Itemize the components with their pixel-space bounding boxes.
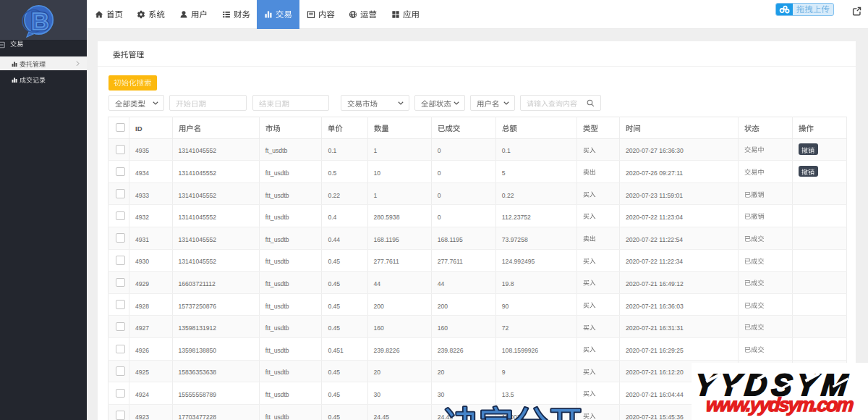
- svg-text:B: B: [31, 7, 49, 35]
